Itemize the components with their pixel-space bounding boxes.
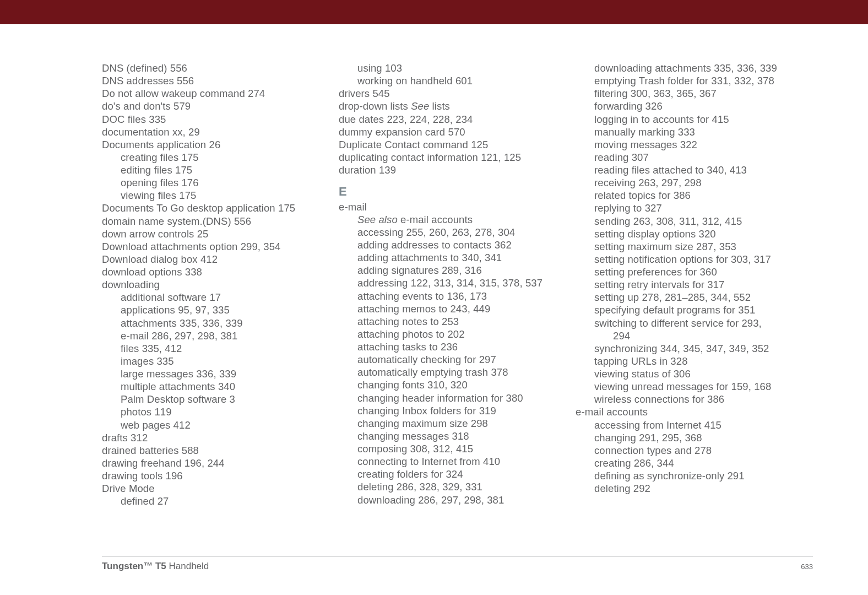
index-entry: viewing files 175: [102, 189, 317, 202]
index-entry: adding attachments to 340, 341: [339, 251, 554, 264]
index-entry: drafts 312: [102, 431, 317, 444]
footer-page-number: 633: [801, 562, 813, 571]
index-entry: connecting to Internet from 410: [339, 455, 554, 468]
index-entry: web pages 412: [102, 419, 317, 431]
index-entry: emptying Trash folder for 331, 332, 378: [576, 74, 790, 87]
footer-rule: [102, 556, 813, 556]
index-entry: setting maximum size 287, 353: [576, 240, 790, 253]
index-entry: connection types and 278: [576, 444, 790, 457]
index-entry: changing fonts 310, 320: [339, 378, 554, 391]
footer-title-rest: Handheld: [166, 561, 209, 571]
index-entry: manually marking 333: [576, 126, 790, 138]
index-entry: e-mail 286, 297, 298, 381: [102, 329, 317, 342]
index-entry: duration 139: [339, 164, 554, 176]
index-entry: Drive Mode: [102, 482, 317, 495]
index-entry: adding addresses to contacts 362: [339, 239, 554, 251]
index-entry: automatically emptying trash 378: [339, 366, 554, 378]
index-entry: opening files 176: [102, 176, 317, 189]
index-entry: Do not allow wakeup command 274: [102, 87, 317, 100]
index-entry: Download attachments option 299, 354: [102, 240, 317, 253]
index-entry: automatically checking for 297: [339, 353, 554, 366]
index-entry: creating folders for 324: [339, 468, 554, 480]
page-body: DNS (defined) 556DNS addresses 556Do not…: [0, 24, 868, 595]
index-entry: tapping URLs in 328: [576, 355, 790, 367]
index-entry: viewing unread messages for 159, 168: [576, 380, 790, 393]
index-entry: wireless connections for 386: [576, 393, 790, 405]
index-entry: changing maximum size 298: [339, 417, 554, 430]
index-columns: DNS (defined) 556DNS addresses 556Do not…: [102, 62, 790, 507]
index-entry: Documents application 26: [102, 138, 317, 151]
index-entry: composing 308, 312, 415: [339, 442, 554, 455]
index-entry: drop-down lists See lists: [339, 100, 554, 112]
index-entry: drained batteries 588: [102, 444, 317, 457]
index-entry: multiple attachments 340: [102, 380, 317, 393]
index-entry: See also e-mail accounts: [339, 213, 554, 226]
index-entry: changing Inbox folders for 319: [339, 404, 554, 417]
index-entry: defining as synchronize-only 291: [576, 469, 790, 482]
index-column-2: using 103working on handheld 601drivers …: [339, 62, 554, 507]
index-entry: do's and don'ts 579: [102, 100, 317, 112]
index-entry: changing 291, 295, 368: [576, 431, 790, 444]
index-entry: Duplicate Contact command 125: [339, 138, 554, 151]
index-entry: downloading 286, 297, 298, 381: [339, 494, 554, 506]
index-entry: drawing tools 196: [102, 469, 317, 482]
index-entry: editing files 175: [102, 164, 317, 176]
footer-title: Tungsten™ T5 Handheld: [102, 561, 209, 572]
index-entry: deleting 286, 328, 329, 331: [339, 480, 554, 493]
index-entry: replying to 327: [576, 202, 790, 214]
index-entry: e-mail: [339, 201, 554, 213]
index-entry: downloading: [102, 278, 317, 291]
index-entry-part: See: [411, 100, 429, 112]
index-entry: additional software 17: [102, 291, 317, 304]
index-entry: receiving 263, 297, 298: [576, 176, 790, 189]
index-entry: working on handheld 601: [339, 74, 554, 87]
index-entry: addressing 122, 313, 314, 315, 378, 537: [339, 277, 554, 289]
index-entry: large messages 336, 339: [102, 367, 317, 380]
index-entry: defined 27: [102, 495, 317, 507]
index-entry: sending 263, 308, 311, 312, 415: [576, 215, 790, 228]
index-entry: documentation xx, 29: [102, 126, 317, 138]
index-entry: reading 307: [576, 151, 790, 164]
index-entry-part: e-mail accounts: [398, 214, 473, 225]
index-entry: reading files attached to 340, 413: [576, 164, 790, 176]
index-entry: filtering 300, 363, 365, 367: [576, 87, 790, 100]
index-entry: attachments 335, 336, 339: [102, 317, 317, 329]
index-entry: duplicating contact information 121, 125: [339, 151, 554, 164]
index-entry: setting display options 320: [576, 228, 790, 240]
index-entry: photos 119: [102, 405, 317, 418]
index-entry: attaching events to 136, 173: [339, 290, 554, 302]
index-entry-part: lists: [429, 100, 450, 112]
index-entry: attaching photos to 202: [339, 328, 554, 340]
index-entry: setting up 278, 281–285, 344, 552: [576, 291, 790, 304]
index-entry: changing messages 318: [339, 430, 554, 442]
index-entry: down arrow controls 25: [102, 228, 317, 240]
index-entry: adding signatures 289, 316: [339, 264, 554, 277]
index-entry: viewing status of 306: [576, 367, 790, 380]
index-entry: dummy expansion card 570: [339, 126, 554, 138]
index-entry: forwarding 326: [576, 100, 790, 112]
index-entry-part: drop-down lists: [339, 100, 411, 112]
index-entry-part: See also: [357, 214, 398, 225]
index-entry: images 335: [102, 355, 317, 367]
index-column-1: DNS (defined) 556DNS addresses 556Do not…: [102, 62, 317, 507]
index-column-3: downloading attachments 335, 336, 339emp…: [576, 62, 790, 507]
index-entry: deleting 292: [576, 482, 790, 495]
index-entry: drawing freehand 196, 244: [102, 457, 317, 469]
index-entry: drivers 545: [339, 87, 554, 100]
index-entry: attaching tasks to 236: [339, 340, 554, 353]
index-entry: moving messages 322: [576, 138, 790, 151]
index-entry: DNS (defined) 556: [102, 62, 317, 74]
index-entry: domain name system.(DNS) 556: [102, 215, 317, 228]
index-entry: Documents To Go desktop application 175: [102, 202, 317, 214]
index-entry: accessing from Internet 415: [576, 419, 790, 431]
index-entry: logging in to accounts for 415: [576, 113, 790, 126]
index-entry: Palm Desktop software 3: [102, 393, 317, 405]
index-entry: files 335, 412: [102, 342, 317, 355]
index-entry: 294: [576, 329, 790, 342]
index-entry: setting preferences for 360: [576, 266, 790, 278]
index-entry: download options 338: [102, 266, 317, 278]
index-entry: e-mail accounts: [576, 405, 790, 418]
index-entry: attaching memos to 243, 449: [339, 302, 554, 315]
index-entry: creating files 175: [102, 151, 317, 164]
index-entry: attaching notes to 253: [339, 315, 554, 328]
